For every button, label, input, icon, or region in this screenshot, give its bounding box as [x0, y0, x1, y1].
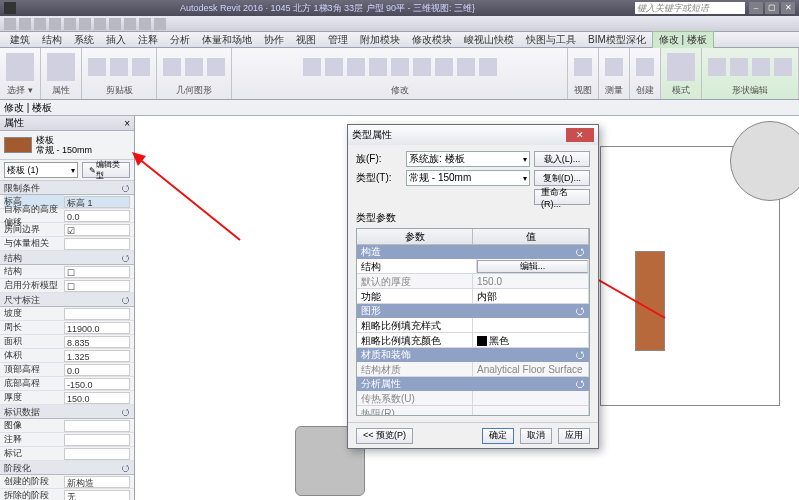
delete-icon[interactable]	[479, 58, 497, 76]
tab-modify-floor[interactable]: 修改 | 楼板	[652, 31, 714, 48]
prop-mass-value[interactable]	[64, 238, 130, 250]
measure-icon[interactable]	[605, 58, 623, 76]
cutgeom-icon[interactable]	[185, 58, 203, 76]
prop-slope-value[interactable]	[64, 308, 130, 320]
family-combo[interactable]: 系统族: 楼板	[406, 151, 530, 167]
prop-botel-value[interactable]: -150.0	[64, 378, 130, 390]
prop-img-value[interactable]	[64, 420, 130, 432]
tab-mass[interactable]: 体量和场地	[196, 32, 258, 48]
type-selector[interactable]: 楼板常规 - 150mm	[0, 131, 134, 160]
reset-shape-icon[interactable]	[774, 58, 792, 76]
qat-redo-icon[interactable]	[49, 18, 61, 30]
p-func-value[interactable]: 内部	[473, 289, 589, 303]
prop-thick-value[interactable]: 150.0	[64, 392, 130, 404]
copy-icon[interactable]	[132, 58, 150, 76]
win-close-icon[interactable]: ✕	[781, 2, 795, 14]
cut-icon[interactable]	[110, 58, 128, 76]
ok-button[interactable]: 确定	[482, 428, 514, 444]
prop-anal-value[interactable]: ☐	[64, 280, 130, 292]
tab-manage[interactable]: 管理	[322, 32, 354, 48]
sect-dim-label[interactable]: 尺寸标注	[4, 293, 40, 306]
trim-icon[interactable]	[369, 58, 387, 76]
preview-button[interactable]: << 预览(P)	[356, 428, 413, 444]
paste-icon[interactable]	[88, 58, 106, 76]
struct-edit-button[interactable]: 编辑...	[477, 260, 588, 273]
tab-mod3[interactable]: 快图与工具	[520, 32, 582, 48]
move-icon[interactable]	[303, 58, 321, 76]
p-coarsec-value[interactable]: 黑色	[473, 333, 589, 347]
rename-button[interactable]: 重命名(R)...	[534, 189, 590, 205]
array-icon[interactable]	[413, 58, 431, 76]
tab-mod2[interactable]: 峻视山快模	[458, 32, 520, 48]
prop-offset-value[interactable]: 0.0	[64, 210, 130, 222]
mirror-icon[interactable]	[347, 58, 365, 76]
prop-mark-value[interactable]	[64, 448, 130, 460]
scale-icon[interactable]	[435, 58, 453, 76]
tab-struct[interactable]: 结构	[36, 32, 68, 48]
tab-annot[interactable]: 注释	[132, 32, 164, 48]
type-combo[interactable]: 常规 - 150mm	[406, 170, 530, 186]
sect-struct-label[interactable]: 结构	[4, 251, 22, 264]
tab-view[interactable]: 视图	[290, 32, 322, 48]
qat-sync-icon[interactable]	[154, 18, 166, 30]
create-icon[interactable]	[636, 58, 654, 76]
view-icon[interactable]	[574, 58, 592, 76]
tab-addin[interactable]: 附加模块	[354, 32, 406, 48]
qat-print-icon[interactable]	[64, 18, 76, 30]
qat-section-icon[interactable]	[139, 18, 151, 30]
tab-bim[interactable]: BIM模型深化	[582, 32, 652, 48]
edit-boundary-icon[interactable]	[667, 53, 695, 81]
load-button[interactable]: 载入(L)...	[534, 151, 590, 167]
tab-arch[interactable]: 建筑	[4, 32, 36, 48]
tab-collab[interactable]: 协作	[258, 32, 290, 48]
p-coarse-value[interactable]	[473, 318, 589, 332]
qat-text-icon[interactable]	[109, 18, 121, 30]
add-point-icon[interactable]	[708, 58, 726, 76]
group-material[interactable]: 材质和装饰	[361, 348, 411, 362]
prop-comm-value[interactable]	[64, 434, 130, 446]
win-min-icon[interactable]: –	[749, 2, 763, 14]
apply-button[interactable]: 应用	[558, 428, 590, 444]
prop-level-value[interactable]: 标高 1	[64, 196, 130, 208]
palette-close-icon[interactable]: ×	[124, 118, 130, 129]
prop-topel-value[interactable]: 0.0	[64, 364, 130, 376]
qat-measure-icon[interactable]	[79, 18, 91, 30]
prop-area-value[interactable]: 8.835	[64, 336, 130, 348]
instance-count-combo[interactable]: 楼板 (1)	[4, 162, 78, 178]
sect-constraints-label[interactable]: 限制条件	[4, 181, 40, 194]
qat-undo-icon[interactable]	[34, 18, 46, 30]
dialog-close-icon[interactable]: ✕	[566, 128, 594, 142]
sect-phase-label[interactable]: 阶段化	[4, 461, 31, 474]
prop-struct-value[interactable]: ☐	[64, 266, 130, 278]
add-split-icon[interactable]	[730, 58, 748, 76]
join-icon[interactable]	[207, 58, 225, 76]
tab-analyze[interactable]: 分析	[164, 32, 196, 48]
edit-type-button[interactable]: ✎ 编辑类型	[82, 162, 130, 178]
prop-room-value[interactable]: ☑	[64, 224, 130, 236]
pick-support-icon[interactable]	[752, 58, 770, 76]
cancel-button[interactable]: 取消	[520, 428, 552, 444]
group-analytical[interactable]: 分析属性	[361, 377, 401, 391]
group-graphics[interactable]: 图形	[361, 304, 381, 318]
group-construction[interactable]: 构造	[361, 245, 381, 259]
help-search-input[interactable]: 键入关键字或短语	[635, 2, 745, 14]
qat-3d-icon[interactable]	[124, 18, 136, 30]
prop-perim-value[interactable]: 11900.0	[64, 322, 130, 334]
modify-select-icon[interactable]	[6, 53, 34, 81]
prop-demo-value[interactable]: 无	[64, 490, 130, 501]
tab-sys[interactable]: 系统	[68, 32, 100, 48]
tab-insert[interactable]: 插入	[100, 32, 132, 48]
revit-app-icon[interactable]	[4, 2, 16, 14]
split-icon[interactable]	[391, 58, 409, 76]
rotate-icon[interactable]	[325, 58, 343, 76]
duplicate-button[interactable]: 复制(D)...	[534, 170, 590, 186]
qat-align-icon[interactable]	[94, 18, 106, 30]
prop-created-value[interactable]: 新构造	[64, 476, 130, 488]
properties-icon[interactable]	[47, 53, 75, 81]
prop-vol-value[interactable]: 1.325	[64, 350, 130, 362]
sect-id-label[interactable]: 标识数据	[4, 405, 40, 418]
win-max-icon[interactable]: ▢	[765, 2, 779, 14]
cope-icon[interactable]	[163, 58, 181, 76]
tab-mod1[interactable]: 修改模块	[406, 32, 458, 48]
qat-save-icon[interactable]	[19, 18, 31, 30]
